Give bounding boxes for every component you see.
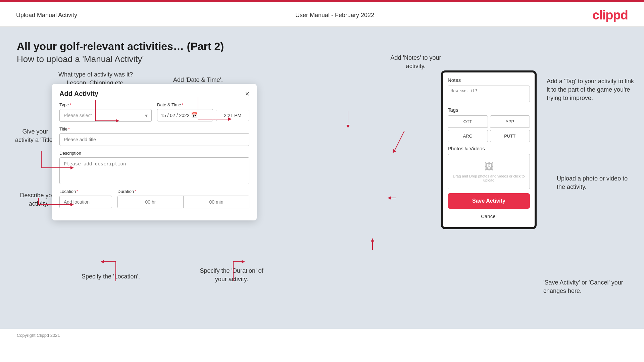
datetime-group: 15 / 02 / 2022 📅: [157, 109, 249, 121]
tag-arg[interactable]: ARG: [448, 130, 488, 142]
footer: Copyright Clippd 2021: [0, 329, 644, 342]
title-input[interactable]: [59, 133, 249, 146]
type-label: Type*: [59, 102, 152, 107]
form-row-location-duration: Location* Duration*: [59, 189, 249, 208]
header-left-title: Upload Manual Activity: [16, 12, 77, 19]
description-textarea[interactable]: [59, 157, 249, 184]
annotation-location: Specify the 'Location'.: [77, 273, 144, 280]
annotation-give-title: Give your activity a 'Title'.: [13, 127, 57, 144]
save-activity-button[interactable]: Save Activity: [448, 193, 530, 209]
form-group-location: Location*: [59, 189, 112, 208]
annotation-tag: Add a 'Tag' to your activity to link it …: [547, 77, 634, 103]
phone-panel: Notes Tags OTT APP ARG PUTT Photos & Vid…: [441, 70, 537, 229]
form-group-duration: Duration*: [117, 189, 249, 208]
location-label: Location*: [59, 189, 112, 194]
header-center-title: User Manual - February 2022: [295, 12, 374, 19]
form-group-title: Title*: [59, 126, 249, 146]
type-select[interactable]: Please select: [59, 109, 152, 122]
tags-label: Tags: [448, 107, 530, 113]
location-input[interactable]: [59, 196, 112, 208]
page-title-block: All your golf-relevant activities… (Part…: [17, 40, 627, 64]
modal-title: Add Activity: [59, 90, 98, 98]
tag-ott[interactable]: OTT: [448, 115, 488, 128]
notes-textarea[interactable]: [448, 86, 530, 102]
form-group-datetime: Date & Time* 15 / 02 / 2022 📅: [157, 102, 249, 122]
main-area: All your golf-relevant activities… (Part…: [0, 27, 644, 329]
datetime-label: Date & Time*: [157, 102, 249, 107]
type-select-wrapper: Please select ▾: [59, 109, 152, 122]
tags-grid: OTT APP ARG PUTT: [448, 115, 530, 142]
duration-label: Duration*: [117, 189, 249, 194]
svg-marker-21: [393, 149, 396, 153]
cancel-link[interactable]: Cancel: [448, 211, 530, 221]
form-group-description: Description: [59, 151, 249, 184]
add-activity-modal: Add Activity × Type* Please select ▾: [52, 84, 257, 220]
annotation-datetime: Add 'Date & Time'.: [164, 76, 232, 84]
svg-marker-25: [371, 238, 374, 242]
upload-icon: 🖼: [451, 161, 526, 172]
svg-line-20: [394, 131, 404, 151]
modal-close-button[interactable]: ×: [245, 90, 249, 98]
photos-label: Photos & Videos: [448, 146, 530, 151]
calendar-icon: 📅: [191, 112, 198, 118]
description-label: Description: [59, 151, 249, 156]
tag-putt[interactable]: PUTT: [490, 130, 530, 142]
logo: clippd: [592, 8, 628, 22]
svg-marker-23: [388, 196, 391, 200]
time-input[interactable]: [216, 110, 249, 121]
form-row-type-datetime: Type* Please select ▾ Date & Time*: [59, 102, 249, 122]
date-input[interactable]: 15 / 02 / 2022 📅: [157, 109, 213, 121]
annotation-duration: Specify the 'Duration' of your activity.: [195, 267, 268, 283]
svg-marker-14: [101, 260, 104, 263]
annotation-save: 'Save Activity' or 'Cancel' your changes…: [543, 278, 634, 295]
page-title-sub: How to upload a 'Manual Activity': [17, 54, 627, 64]
header: Upload Manual Activity User Manual - Feb…: [0, 2, 644, 27]
notes-label: Notes: [448, 77, 530, 83]
title-label: Title*: [59, 126, 249, 132]
duration-min-input[interactable]: [184, 196, 249, 208]
upload-text: Drag and Drop photos and videos or click…: [453, 174, 525, 182]
tag-app[interactable]: APP: [490, 115, 530, 128]
svg-marker-19: [346, 125, 350, 128]
page-title-bold: All your golf-relevant activities… (Part…: [17, 40, 627, 53]
annotation-notes: Add 'Notes' to your activity.: [382, 54, 449, 70]
form-group-type: Type* Please select ▾: [59, 102, 152, 122]
annotation-upload: Upload a photo or video to the activity.: [557, 174, 634, 191]
copyright: Copyright Clippd 2021: [17, 333, 60, 338]
duration-group: [117, 196, 249, 208]
modal-header: Add Activity ×: [52, 84, 257, 102]
svg-marker-17: [242, 260, 245, 263]
phone-inner: Notes Tags OTT APP ARG PUTT Photos & Vid…: [443, 72, 535, 227]
duration-hr-input[interactable]: [118, 196, 184, 208]
date-value: 15 / 02 / 2022: [161, 113, 190, 118]
upload-area[interactable]: 🖼 Drag and Drop photos and videos or cli…: [448, 154, 530, 189]
modal-body: Type* Please select ▾ Date & Time*: [52, 102, 257, 220]
